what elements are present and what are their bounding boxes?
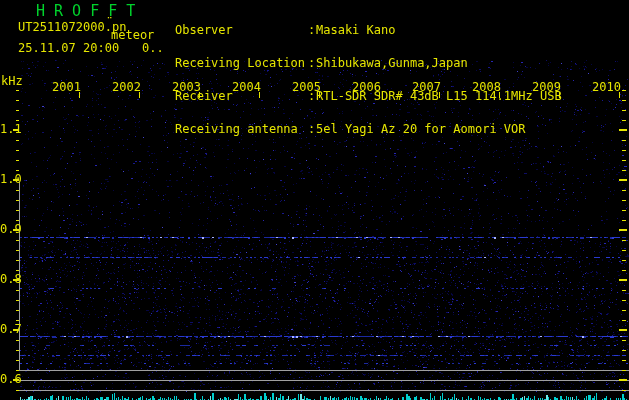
freq-minor-tick-right: [622, 250, 626, 251]
freq-minor-tick-left: [16, 320, 19, 321]
freq-minor-tick-left: [16, 150, 19, 151]
progress-counter: 0..: [142, 41, 164, 55]
freq-minor-tick-left: [16, 390, 19, 391]
freq-minor-tick-right: [622, 390, 626, 391]
freq-minor-tick-right: [622, 220, 626, 221]
info-label: Observer: [175, 25, 308, 36]
app-title: H R O F F T: [36, 2, 135, 20]
info-value: Masaki Kano: [316, 25, 395, 36]
time-tick-mark: [439, 92, 440, 98]
freq-major-tick-right: [619, 129, 627, 131]
info-label: Receiving Location: [175, 58, 308, 69]
freq-minor-tick-right: [622, 120, 626, 121]
time-tick-mark: [559, 92, 560, 98]
time-tick-label: 2001: [41, 80, 81, 94]
time-tick-mark: [79, 92, 80, 98]
time-tick-label: 2010: [581, 80, 621, 94]
freq-minor-tick-right: [622, 370, 626, 371]
freq-minor-tick-left: [16, 100, 19, 101]
freq-major-tick-right: [619, 179, 627, 181]
observation-name: meteor: [111, 28, 154, 42]
freq-minor-tick-right: [622, 290, 626, 291]
freq-minor-tick-right: [622, 310, 626, 311]
time-tick-mark: [499, 92, 500, 98]
time-tick-label: 2009: [521, 80, 561, 94]
freq-minor-tick-left: [16, 90, 19, 91]
time-tick-label: 2007: [401, 80, 441, 94]
time-tick-mark: [379, 92, 380, 98]
freq-minor-tick-left: [16, 370, 19, 371]
freq-minor-tick-left: [16, 350, 19, 351]
freq-minor-tick-right: [622, 300, 626, 301]
time-tick-mark: [259, 92, 260, 98]
time-tick-mark: [199, 92, 200, 98]
info-value: 5el Yagi Az 20 for Aomori VOR: [316, 124, 526, 135]
freq-minor-tick-right: [622, 160, 626, 161]
freq-minor-tick-right: [622, 90, 626, 91]
info-label: Receiving antenna: [175, 124, 308, 135]
freq-minor-tick-right: [622, 100, 626, 101]
freq-minor-tick-right: [622, 360, 626, 361]
freq-major-tick-left: [13, 329, 19, 331]
date-time-text: 25.11.07 20:00: [18, 41, 119, 55]
freq-minor-tick-left: [16, 110, 19, 111]
freq-major-tick-right: [619, 229, 627, 231]
freq-minor-tick-right: [622, 260, 626, 261]
freq-minor-tick-left: [16, 250, 19, 251]
freq-minor-tick-left: [16, 170, 19, 171]
freq-minor-tick-right: [622, 320, 626, 321]
hrofft-window: H R O F F T UT2511072000.pn ¨ meteor 25.…: [0, 0, 629, 400]
freq-minor-tick-right: [622, 170, 626, 171]
time-tick-mark: [619, 92, 620, 98]
time-tick-label: 2005: [281, 80, 321, 94]
freq-minor-tick-left: [16, 270, 19, 271]
time-tick-label: 2003: [161, 80, 201, 94]
time-tick-label: 2004: [221, 80, 261, 94]
time-tick-label: 2002: [101, 80, 141, 94]
colon: :: [308, 124, 316, 135]
freq-minor-tick-left: [16, 160, 19, 161]
freq-minor-tick-right: [622, 140, 626, 141]
time-tick-label: 2008: [461, 80, 501, 94]
freq-major-tick-left: [13, 129, 19, 131]
freq-major-tick-left: [13, 379, 19, 381]
freq-minor-tick-right: [622, 350, 626, 351]
colon: :: [308, 25, 316, 36]
freq-major-tick-left: [13, 229, 19, 231]
freq-major-tick-left: [13, 179, 19, 181]
freq-major-tick-left: [13, 279, 19, 281]
freq-minor-tick-right: [622, 340, 626, 341]
freq-minor-tick-left: [16, 290, 19, 291]
time-tick-label: 2006: [341, 80, 381, 94]
y-axis-unit-label: kHz: [1, 74, 23, 88]
freq-minor-tick-right: [622, 200, 626, 201]
freq-minor-tick-left: [16, 360, 19, 361]
info-row-antenna: Receiving antenna:5el Yagi Az 20 for Aom…: [175, 124, 625, 135]
freq-minor-tick-left: [16, 310, 19, 311]
freq-minor-tick-left: [16, 340, 19, 341]
freq-minor-tick-right: [622, 150, 626, 151]
info-row-location: Receiving Location:Shibukawa,Gunma,Japan: [175, 58, 625, 69]
freq-minor-tick-left: [16, 200, 19, 201]
freq-minor-tick-right: [622, 240, 626, 241]
freq-minor-tick-right: [622, 110, 626, 111]
freq-minor-tick-left: [16, 240, 19, 241]
filename-mark: ¨: [106, 15, 113, 29]
freq-minor-tick-left: [16, 220, 19, 221]
info-row-observer: Observer:Masaki Kano: [175, 25, 625, 36]
freq-major-tick-right: [619, 329, 627, 331]
colon: :: [308, 58, 316, 69]
freq-minor-tick-left: [16, 300, 19, 301]
freq-minor-tick-right: [622, 190, 626, 191]
freq-minor-tick-right: [622, 210, 626, 211]
freq-minor-tick-left: [16, 260, 19, 261]
freq-major-tick-right: [619, 279, 627, 281]
time-tick-mark: [319, 92, 320, 98]
freq-minor-tick-left: [16, 140, 19, 141]
freq-minor-tick-left: [16, 120, 19, 121]
freq-major-tick-right: [619, 379, 627, 381]
freq-minor-tick-left: [16, 190, 19, 191]
freq-minor-tick-right: [622, 270, 626, 271]
time-tick-mark: [139, 92, 140, 98]
info-value: Shibukawa,Gunma,Japan: [316, 58, 468, 69]
